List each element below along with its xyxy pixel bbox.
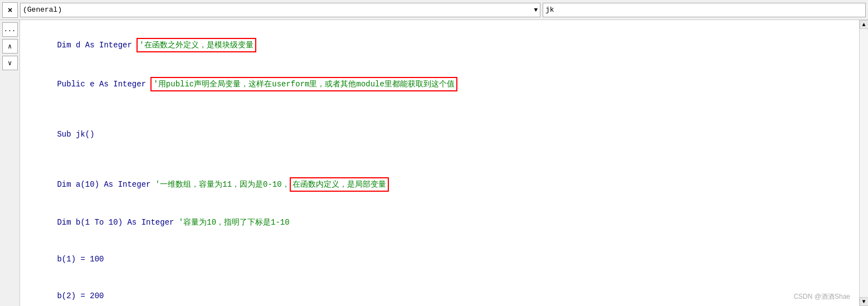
code-blue-7: b(2) = 200	[57, 292, 104, 300]
jk-dropdown[interactable]: jk	[543, 3, 866, 17]
code-line-1: Dim d As Integer '在函数之外定义，是模块级变量	[29, 26, 850, 65]
dropdowns: (General) ▼ jk	[20, 3, 866, 17]
toolbar: × (General) ▼ jk	[0, 0, 868, 20]
jk-label: jk	[545, 6, 554, 14]
code-blue-6: b(1) = 100	[57, 255, 104, 264]
main-area: ... ∧ ∨ Dim d As Integer '在函数之外定义，是模块级变量…	[0, 20, 868, 306]
spacer-1	[29, 104, 850, 116]
general-label: (General)	[23, 6, 62, 14]
code-blue-1: Dim d As Integer	[57, 41, 136, 50]
code-blue-5: Dim b(1 To 10) As Integer	[57, 218, 178, 227]
code-line-3: Sub jk()	[29, 116, 850, 153]
code-line-5: Dim b(1 To 10) As Integer '容量为10，指明了下标是1…	[29, 204, 850, 241]
chevron-down-icon: ▼	[534, 7, 538, 13]
spacer-2	[29, 153, 850, 165]
code-comment-1: '在函数之外定义，是模块级变量	[136, 41, 256, 50]
left-gutter: ... ∧ ∨	[0, 20, 20, 306]
code-blue-3: Sub jk()	[57, 130, 94, 139]
code-line-6: b(1) = 100	[29, 241, 850, 278]
down-button[interactable]: ∨	[2, 56, 18, 70]
scroll-track[interactable]	[860, 29, 868, 297]
code-line-2: Public e As Integer '用public声明全局变量，这样在us…	[29, 65, 850, 104]
code-comment-4: '一维数组，容量为11，因为是0-10，在函数内定义，是局部变量	[155, 180, 389, 189]
right-scrollbar: ▲ ▼	[859, 20, 868, 306]
watermark: CSDN @酒酒Shae	[793, 292, 850, 302]
code-comment-2: '用public声明全局变量，这样在userform里，或者其他module里都…	[150, 80, 457, 89]
close-button[interactable]: ×	[2, 2, 18, 18]
code-blue-4: Dim a(10) As Integer	[57, 180, 155, 189]
dots-button[interactable]: ...	[2, 22, 18, 37]
scroll-down-arrow[interactable]: ▼	[860, 297, 869, 306]
code-area[interactable]: Dim d As Integer '在函数之外定义，是模块级变量 Public …	[20, 20, 859, 306]
general-dropdown[interactable]: (General) ▼	[20, 3, 540, 17]
code-line-4: Dim a(10) As Integer '一维数组，容量为11，因为是0-10…	[29, 165, 850, 204]
code-comment-5: '容量为10，指明了下标是1-10	[179, 218, 290, 227]
up-button[interactable]: ∧	[2, 39, 18, 54]
code-blue-2: Public e As Integer	[57, 80, 150, 89]
code-line-7: b(2) = 200	[29, 278, 850, 306]
scroll-up-arrow[interactable]: ▲	[860, 20, 869, 29]
